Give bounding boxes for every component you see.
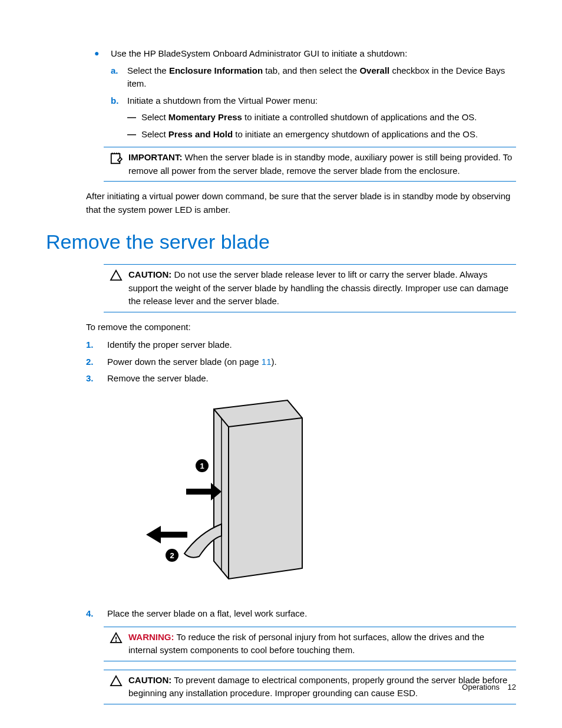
callout-text: When the server blade is in standby mode… — [128, 152, 512, 176]
list-marker: 3. — [86, 372, 107, 386]
dash-icon: — — [127, 111, 141, 124]
section-heading: Remove the server blade — [46, 227, 516, 257]
substep-text: Initiate a shutdown from the Virtual Pow… — [127, 94, 318, 108]
caution-icon — [104, 268, 128, 308]
svg-text:1: 1 — [200, 462, 204, 470]
warning-callout: WARNING: To reduce the risk of personal … — [104, 627, 516, 661]
callout-body: CAUTION: To prevent damage to electrical… — [128, 674, 516, 700]
page-footer: Operations 12 — [462, 681, 516, 693]
list-text: Identify the proper server blade. — [107, 338, 232, 352]
body-paragraph: After initiating a virtual power down co… — [86, 190, 516, 216]
blade-removal-figure: 1 2 — [134, 397, 516, 596]
caution-callout: CAUTION: To prevent damage to electrical… — [104, 670, 516, 704]
substep-b: b. Initiate a shutdown from the Virtual … — [111, 94, 516, 108]
callout-text: Do not use the server blade release leve… — [128, 269, 508, 306]
dash-item: — Select Momentary Press to initiate a c… — [127, 111, 516, 124]
footer-page-number: 12 — [508, 683, 516, 691]
caution-icon — [104, 674, 128, 700]
list-marker: 2. — [86, 355, 107, 369]
substep-marker: a. — [111, 64, 127, 91]
callout-text: To reduce the risk of personal injury fr… — [128, 632, 484, 655]
callout-body: CAUTION: Do not use the server blade rel… — [128, 268, 516, 308]
substep-a: a. Select the Enclosure Information tab,… — [111, 64, 516, 91]
footer-section: Operations — [462, 683, 500, 691]
svg-rect-0 — [111, 154, 120, 164]
list-text: Place the server blade on a flat, level … — [107, 607, 307, 621]
callout-label: WARNING: — [128, 632, 174, 642]
list-item: 3. Remove the server blade. — [86, 372, 516, 386]
bullet-item: ● Use the HP BladeSystem Onboard Adminis… — [94, 47, 516, 61]
list-item: 2. Power down the server blade (on page … — [86, 355, 516, 369]
dash-item: — Select Press and Hold to initiate an e… — [127, 128, 516, 141]
caution-callout: CAUTION: Do not use the server blade rel… — [104, 264, 516, 312]
substep-marker: b. — [111, 94, 127, 108]
body-paragraph: To remove the component: — [86, 321, 516, 334]
callout-body: IMPORTANT: When the server blade is in s… — [128, 151, 516, 177]
page-link[interactable]: 11 — [262, 357, 272, 367]
list-item: 1. Identify the proper server blade. — [86, 338, 516, 352]
bullet-text: Use the HP BladeSystem Onboard Administr… — [111, 47, 407, 61]
callout-text: To prevent damage to electrical componen… — [128, 675, 507, 699]
callout-label: CAUTION: — [128, 269, 171, 279]
svg-text:2: 2 — [170, 551, 174, 560]
bullet-icon: ● — [94, 47, 111, 61]
note-icon — [104, 151, 128, 177]
list-marker: 4. — [86, 607, 107, 621]
list-text: Power down the server blade (on page 11)… — [107, 355, 277, 369]
svg-point-6 — [115, 640, 117, 641]
callout-body: WARNING: To reduce the risk of personal … — [128, 631, 516, 657]
warning-icon — [104, 631, 128, 657]
dash-text: Select Press and Hold to initiate an eme… — [141, 128, 478, 141]
substep-text: Select the Enclosure Information tab, an… — [127, 64, 516, 91]
dash-text: Select Momentary Press to initiate a con… — [141, 111, 477, 124]
callout-label: CAUTION: — [128, 675, 171, 685]
important-callout: IMPORTANT: When the server blade is in s… — [104, 147, 516, 182]
list-item: 4. Place the server blade on a flat, lev… — [86, 607, 516, 621]
dash-icon: — — [127, 128, 141, 141]
callout-label: IMPORTANT: — [128, 152, 182, 162]
list-text: Remove the server blade. — [107, 372, 209, 386]
list-marker: 1. — [86, 338, 107, 352]
